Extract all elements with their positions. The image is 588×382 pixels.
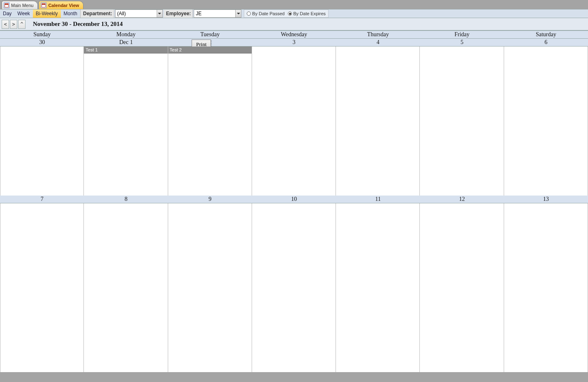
tab-calendar-view[interactable]: Calendar View	[39, 1, 83, 9]
date-header[interactable]: 7	[0, 196, 84, 203]
employee-label: Employee:	[164, 9, 193, 18]
dayname: Thursday	[336, 31, 420, 38]
date-header[interactable]: Dec 1	[84, 39, 168, 46]
dayname: Tuesday	[168, 31, 252, 38]
date-header[interactable]: 9	[168, 196, 252, 203]
next-button[interactable]: >	[10, 20, 17, 29]
date-header[interactable]: 13	[504, 196, 588, 203]
prev-button[interactable]: <	[2, 20, 9, 29]
view-toolbar: Day Week Bi-Weekly Month Department: (Al…	[0, 9, 588, 18]
calendar-grid: Sunday Monday Tuesday Wednesday Thursday…	[0, 30, 588, 372]
date-header[interactable]: 6	[504, 39, 588, 46]
day-cell[interactable]	[336, 203, 420, 372]
day-cell[interactable]: Test 1	[84, 47, 168, 196]
up-button[interactable]: ^	[18, 20, 25, 29]
day-cell[interactable]	[420, 203, 504, 372]
date-header[interactable]: 3	[252, 39, 336, 46]
day-cell[interactable]	[252, 203, 336, 372]
date-row: 30 Dec 1 2 3 4 5 6	[0, 39, 588, 47]
day-cell[interactable]	[0, 203, 84, 372]
dayname-row: Sunday Monday Tuesday Wednesday Thursday…	[0, 30, 588, 39]
dayname: Wednesday	[252, 31, 336, 38]
employee-dropdown[interactable]: JE	[194, 9, 241, 18]
tab-label: Main Menu	[11, 3, 33, 8]
view-biweekly-button[interactable]: Bi-Weekly	[33, 9, 61, 18]
radio-label: By Date Expires	[293, 11, 326, 16]
day-cell[interactable]	[504, 203, 588, 372]
day-cell[interactable]	[504, 47, 588, 196]
day-cell[interactable]: Test 2	[168, 47, 252, 196]
employee-value: JE	[194, 11, 235, 16]
day-cell[interactable]	[252, 47, 336, 196]
radio-by-date-passed[interactable]	[247, 12, 251, 16]
view-day-button[interactable]: Day	[0, 9, 14, 18]
date-range-label: November 30 - December 13, 2014	[33, 21, 123, 28]
radio-by-date-expires[interactable]	[288, 12, 292, 16]
form-icon	[41, 2, 46, 8]
day-cell[interactable]	[420, 47, 504, 196]
day-cell[interactable]	[84, 203, 168, 372]
date-header[interactable]: 12	[420, 196, 504, 203]
view-month-button[interactable]: Month	[61, 9, 80, 18]
day-cell[interactable]	[168, 203, 252, 372]
tab-main-menu[interactable]: Main Menu	[2, 1, 38, 9]
date-header[interactable]: 4	[336, 39, 420, 46]
dayname: Monday	[84, 31, 168, 38]
date-header[interactable]: 10	[252, 196, 336, 203]
calendar-event[interactable]: Test 2	[168, 47, 252, 54]
date-header[interactable]: 5	[420, 39, 504, 46]
department-label: Department:	[80, 9, 114, 18]
dayname: Friday	[420, 31, 504, 38]
filter-radio-group: By Date Passed By Date Expires	[244, 9, 329, 18]
date-row: 7 8 9 10 11 12 13	[0, 196, 588, 203]
day-cell[interactable]	[336, 47, 420, 196]
date-header[interactable]: 30	[0, 39, 84, 46]
day-cell[interactable]	[0, 47, 84, 196]
department-value: (All)	[116, 11, 157, 16]
document-tabs: Main Menu Calendar View	[0, 0, 588, 9]
radio-label: By Date Passed	[252, 11, 285, 16]
department-dropdown[interactable]: (All)	[115, 9, 163, 18]
week-row: Test 1 Test 2	[0, 47, 588, 196]
date-nav-bar: < > ^ November 30 - December 13, 2014 Pr…	[0, 18, 588, 30]
chevron-down-icon	[235, 10, 241, 17]
date-header[interactable]: 11	[336, 196, 420, 203]
chevron-down-icon	[157, 10, 162, 17]
dayname: Sunday	[0, 31, 84, 38]
dayname: Saturday	[504, 31, 588, 38]
week-row	[0, 203, 588, 372]
form-icon	[4, 2, 9, 8]
calendar-event[interactable]: Test 1	[84, 47, 167, 54]
view-week-button[interactable]: Week	[14, 9, 32, 18]
date-header[interactable]: 8	[84, 196, 168, 203]
tab-label: Calendar View	[48, 3, 79, 8]
